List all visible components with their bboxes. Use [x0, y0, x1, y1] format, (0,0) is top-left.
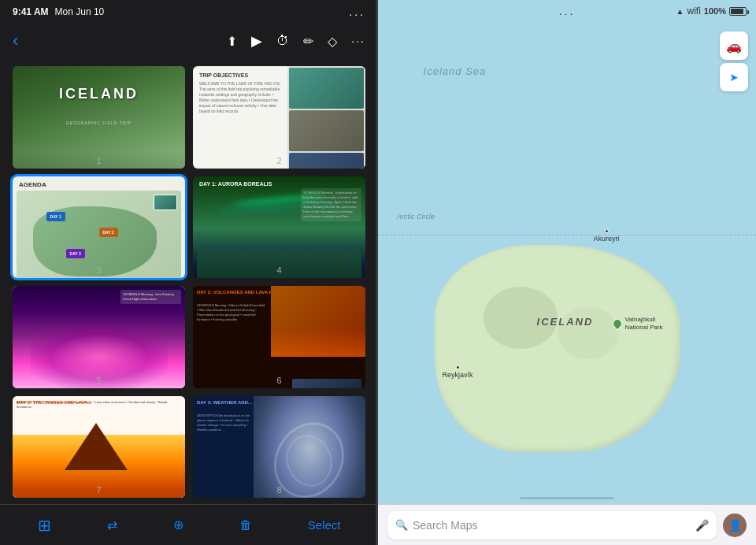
slide-5[interactable]: DAY 1: AURORA BOREALIS SCHEDULE Morning …	[13, 286, 185, 388]
park-label: VatnajökullNational Park	[625, 316, 663, 331]
iceland-label: ICELAND	[537, 316, 594, 328]
arctic-circle-label: Arctic Circle	[397, 213, 435, 221]
select-button[interactable]: Select	[308, 518, 341, 532]
slide-7-number: 7	[13, 485, 185, 495]
wifi-icon: wifi	[687, 6, 701, 17]
toolbar-left: ‹	[13, 31, 18, 51]
slide-4[interactable]: DAY 1: AURORA BOREALIS SCHEDULE Morning …	[193, 176, 365, 279]
pencil-icon[interactable]: ✏	[303, 34, 313, 49]
slide-3[interactable]: AGENDA DAY 1 DAY 2 DAY 3 3	[13, 176, 185, 279]
status-bar-right: ... ▲ wifi 100%	[378, 0, 756, 22]
status-bar-left: 9:41 AM Mon Jun 10 ...	[0, 0, 378, 22]
toolbar-right: ⬆ ▶ ⏱ ✏ ◇ ···	[227, 32, 365, 50]
slide-1-number: 1	[13, 156, 185, 165]
avatar[interactable]: 👤	[723, 513, 747, 537]
reykjavik-dot	[456, 365, 460, 369]
map-controls: 🚗 ➤	[720, 32, 748, 91]
car-icon: 🚗	[726, 39, 742, 54]
slide-2[interactable]: TRIP OBJECTIVES WELCOME TO THE LAND OF F…	[193, 66, 365, 169]
battery-bar	[729, 7, 747, 16]
status-dots-left: ...	[349, 6, 365, 18]
add-slide-icon[interactable]: ⊞	[38, 516, 51, 535]
slide-6-number: 6	[193, 376, 365, 385]
location-icon: ➤	[729, 71, 739, 83]
duplicate-icon[interactable]: ⊕	[173, 517, 183, 532]
slide-5-number: 5	[13, 376, 185, 385]
mic-icon[interactable]: 🎤	[695, 519, 709, 532]
akureyri-label: Akureyri	[594, 235, 620, 243]
search-input-wrap: 🔍 Search Maps 🎤	[387, 511, 717, 539]
slide-7[interactable]: DAY 2: VOLCANOES AND LAVA... AREAS OF ST…	[13, 396, 185, 499]
slide-1[interactable]: ICELAND GEOGRAPHIC FIELD TRIP 1	[13, 66, 185, 169]
back-button[interactable]: ‹	[13, 31, 18, 51]
park-pin-icon	[610, 317, 624, 330]
scroll-indicator	[520, 497, 614, 499]
search-bar: 🔍 Search Maps 🎤 👤	[378, 504, 756, 545]
delete-icon[interactable]: 🗑	[239, 518, 252, 532]
slides-grid: ICELAND GEOGRAPHIC FIELD TRIP 1 TRIP OBJ…	[0, 60, 378, 504]
slide-6[interactable]: DAY 2: VOLCANOES AND LAVA FIELDS SCHEDUL…	[193, 286, 365, 388]
slide-8[interactable]: DAY 3: WEATHER AND... DESCRIPTION An int…	[193, 396, 365, 499]
status-date: Mon Jun 10	[55, 6, 105, 17]
timer-icon[interactable]: ⏱	[276, 34, 289, 48]
location-button[interactable]: ➤	[720, 63, 748, 91]
vatnajokull-marker: VatnajökullNational Park	[613, 316, 663, 331]
transitions-icon[interactable]: ⇄	[107, 517, 117, 532]
akureyri-marker: Akureyri	[594, 229, 620, 243]
play-icon[interactable]: ▶	[251, 32, 262, 50]
arctic-circle-line	[378, 235, 756, 235]
slide-3-number: 3	[13, 265, 185, 275]
slide-8-number: 8	[193, 485, 365, 495]
signal-icon: ▲	[676, 7, 684, 16]
search-icon: 🔍	[395, 519, 408, 531]
reykjavik-marker: Reykjavík	[443, 365, 473, 379]
keynote-panel: 9:41 AM Mon Jun 10 ... ‹ ⬆ ▶ ⏱ ✏ ◇ ··· I…	[0, 0, 378, 545]
status-time: 9:41 AM	[13, 6, 49, 17]
drive-mode-button[interactable]: 🚗	[720, 32, 748, 60]
shapes-icon[interactable]: ◇	[328, 34, 337, 49]
maps-panel: ... ▲ wifi 100% Iceland Sea Arctic Circl…	[378, 0, 756, 545]
reykjavik-label: Reykjavík	[443, 371, 473, 379]
keynote-toolbar: ‹ ⬆ ▶ ⏱ ✏ ◇ ···	[0, 22, 378, 60]
iceland-sea-label: Iceland Sea	[424, 65, 487, 77]
akureyri-dot	[605, 229, 609, 233]
slide-2-number: 2	[193, 156, 365, 165]
bottom-toolbar: ⊞ ⇄ ⊕ 🗑 Select	[0, 504, 378, 545]
battery-icon: 100%	[704, 6, 726, 16]
slide-4-number: 4	[193, 265, 365, 275]
share-icon[interactable]: ⬆	[227, 34, 237, 49]
more-icon[interactable]: ···	[351, 35, 365, 47]
status-dots-right: ...	[559, 5, 576, 17]
search-placeholder[interactable]: Search Maps	[413, 519, 477, 532]
iceland-land	[435, 245, 680, 452]
